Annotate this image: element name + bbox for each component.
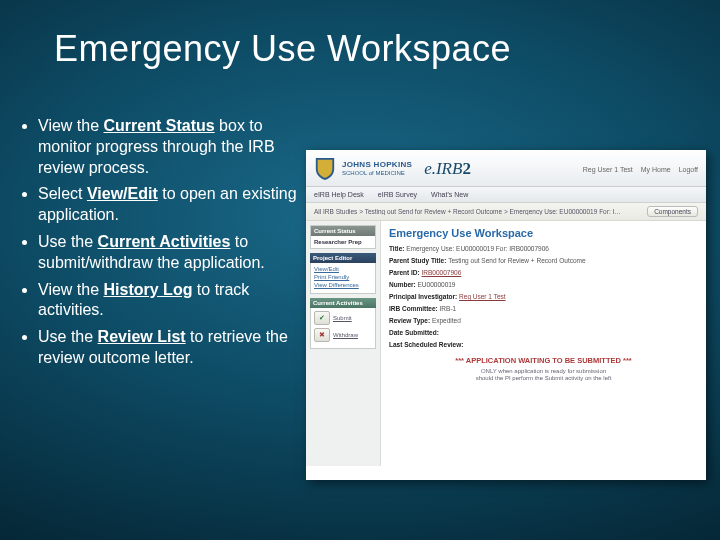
withdraw-link[interactable]: Withdraw	[333, 332, 358, 338]
submission-warning: *** APPLICATION WAITING TO BE SUBMITTED …	[389, 356, 698, 365]
helpdesk-link[interactable]: eIRB Help Desk	[314, 191, 364, 198]
submit-link[interactable]: Submit	[333, 315, 352, 321]
project-editor-header: Project Editor	[310, 253, 376, 263]
field-row: Parent ID: IRB00007906	[389, 269, 698, 276]
view-differences-link[interactable]: View Differences	[314, 282, 372, 288]
product-logo: e.IRB2	[424, 159, 471, 179]
project-editor-links: View/Edit Print Friendly View Difference…	[310, 263, 376, 294]
field-row: Number: EU00000019	[389, 281, 698, 288]
current-status-value: Researcher Prep	[314, 239, 372, 245]
bullet-item: Use the Current Activities to submit/wit…	[38, 232, 300, 274]
myhome-link[interactable]: My Home	[641, 166, 671, 173]
brand-top: JOHNS HOPKINS	[342, 161, 412, 170]
slide-title: Emergency Use Workspace	[54, 28, 511, 70]
field-row: Parent Study Title: Testing out Send for…	[389, 257, 698, 264]
app-header: JOHNS HOPKINS SCHOOL of MEDICINE e.IRB2 …	[306, 150, 706, 187]
brand-bottom: SCHOOL of MEDICINE	[342, 170, 412, 177]
print-friendly-link[interactable]: Print Friendly	[314, 274, 372, 280]
field-link[interactable]: IRB00007906	[422, 269, 462, 276]
workspace-heading: Emergency Use Workspace	[389, 227, 698, 239]
field-row: Last Scheduled Review:	[389, 341, 698, 348]
field-link[interactable]: Reg User 1 Test	[459, 293, 505, 300]
components-button[interactable]: Components	[647, 206, 698, 217]
field-row: IRB Committee: IRB-1	[389, 305, 698, 312]
withdraw-icon: ✖	[314, 328, 330, 342]
field-row: Review Type: Expedited	[389, 317, 698, 324]
bullet-list: View the Current Status box to monitor p…	[20, 116, 300, 375]
whatsnew-link[interactable]: What's New	[431, 191, 468, 198]
survey-link[interactable]: eIRB Survey	[378, 191, 417, 198]
bullet-item: View the Current Status box to monitor p…	[38, 116, 300, 178]
user-link[interactable]: Reg User 1 Test	[583, 166, 633, 173]
jh-shield-icon	[314, 156, 336, 182]
screenshot-panel: JOHNS HOPKINS SCHOOL of MEDICINE e.IRB2 …	[306, 150, 706, 480]
current-status-header: Current Status	[311, 226, 375, 236]
submit-icon: ✔	[314, 311, 330, 325]
bullet-item: Use the Review List to retrieve the revi…	[38, 327, 300, 369]
sidebar: Current Status Researcher Prep Project E…	[306, 221, 381, 466]
field-row: Title: Emergency Use: EU00000019 For: IR…	[389, 245, 698, 252]
breadcrumb: All IRB Studies > Testing out Send for R…	[314, 208, 624, 215]
submission-note: ONLY when application is ready for submi…	[389, 368, 698, 382]
field-row: Principal Investigator: Reg User 1 Test	[389, 293, 698, 300]
view-edit-link[interactable]: View/Edit	[314, 266, 372, 272]
workspace-content: Emergency Use Workspace Title: Emergency…	[381, 221, 706, 466]
field-row: Date Submitted:	[389, 329, 698, 336]
bullet-item: Select View/Edit to open an existing app…	[38, 184, 300, 226]
logoff-link[interactable]: Logoff	[679, 166, 698, 173]
bullet-item: View the History Log to track activities…	[38, 280, 300, 322]
toolbar: eIRB Help Desk eIRB Survey What's New	[306, 187, 706, 203]
current-activities-header: Current Activities	[310, 298, 376, 308]
top-links: Reg User 1 Test My Home Logoff	[577, 166, 698, 173]
